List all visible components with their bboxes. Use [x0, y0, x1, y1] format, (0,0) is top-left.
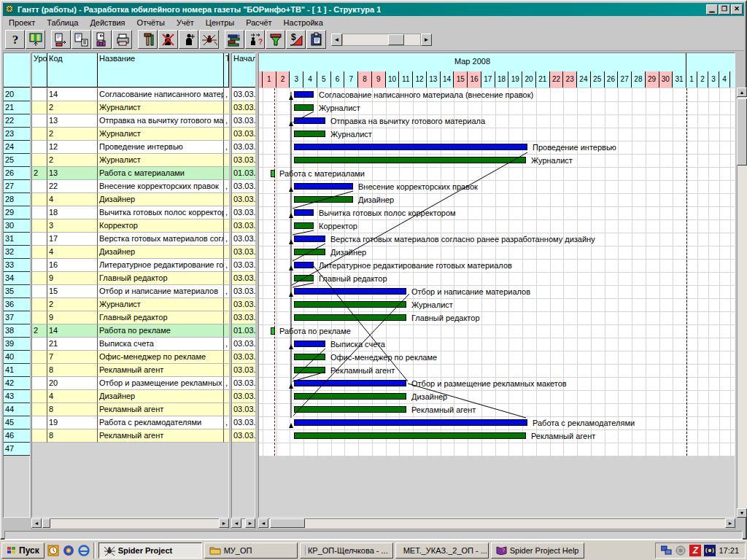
cell-code[interactable]: 8 — [47, 429, 98, 443]
cell-name[interactable]: Согласование написанного материала (внес… — [98, 88, 224, 101]
table-hscroll-thumb[interactable] — [42, 518, 50, 528]
taskbar-button-word[interactable]: WМЕТ._УКАЗ._2_ОП - ... — [395, 542, 489, 559]
taskbar-button-word[interactable]: WКР_ОП-Щелчкова - ... — [300, 542, 393, 559]
cell-level[interactable] — [32, 285, 47, 298]
cell-level[interactable] — [32, 311, 47, 324]
column-header-start[interactable]: Начало — [232, 53, 255, 88]
resource-bar[interactable] — [294, 393, 406, 400]
cell-name[interactable]: Верстка готовых материалов согласно ране… — [98, 233, 224, 246]
cell-code[interactable]: 8 — [47, 403, 98, 416]
cell-code[interactable]: 2 — [47, 154, 98, 167]
clock-icon[interactable] — [47, 544, 60, 556]
cell-start[interactable]: 03.03. — [232, 193, 255, 206]
column-header-code[interactable]: Код — [47, 53, 98, 88]
table-hscrollbar[interactable]: ◄ ► — [31, 518, 229, 529]
task-bar[interactable] — [294, 341, 325, 347]
gantt-hscrollbar[interactable]: ◄ ► — [258, 518, 735, 529]
vertical-scroll-thumb[interactable] — [737, 98, 747, 166]
scroll-right-button[interactable]: ► — [725, 518, 735, 528]
task-bar[interactable] — [294, 117, 325, 124]
column-header-name[interactable]: Название — [98, 53, 224, 88]
task-bar[interactable] — [294, 144, 527, 150]
cell-code[interactable]: 17 — [47, 233, 98, 246]
cell-start[interactable]: 03.03. — [232, 351, 255, 364]
cell-code[interactable]: 7 — [47, 351, 98, 364]
cell-code[interactable]: 4 — [47, 193, 98, 206]
cell-name[interactable]: Рекламный агент — [98, 429, 224, 443]
cell-name[interactable]: Проведение интервью — [98, 141, 224, 154]
cell-level[interactable] — [32, 206, 47, 219]
cell-start[interactable]: 01.03. — [232, 167, 255, 180]
copy-doc-button[interactable] — [51, 30, 71, 49]
cell-code[interactable]: 14 — [47, 324, 98, 338]
cell-level[interactable] — [32, 403, 47, 416]
cell-name[interactable]: Журналист — [98, 101, 224, 114]
cell-level[interactable] — [32, 154, 47, 167]
media-player-icon[interactable] — [63, 544, 75, 556]
task-bar[interactable] — [294, 236, 325, 242]
scroll-right-button[interactable]: ► — [219, 518, 229, 528]
filter-button[interactable] — [266, 30, 285, 49]
cell-start[interactable]: 03.03. — [232, 364, 255, 377]
cell-code[interactable]: 19 — [47, 416, 98, 429]
cell-start[interactable]: 03.03. — [232, 272, 255, 285]
cell-start[interactable]: 03.03. — [232, 338, 255, 351]
cell-start[interactable]: 03.03. — [232, 377, 255, 390]
cell-name[interactable]: Главный редактор — [98, 272, 224, 285]
task-bar[interactable] — [294, 288, 406, 295]
resource-bar[interactable] — [294, 301, 406, 308]
cell-code[interactable]: 18 — [47, 206, 98, 219]
cell-start[interactable]: 03.03. — [232, 114, 255, 128]
cell-code[interactable]: 16 — [47, 259, 98, 272]
start-button[interactable]: Пуск — [1, 542, 44, 559]
title-bar[interactable]: Гантт (работы) - Разработка юбилейного н… — [3, 3, 744, 16]
cell-start[interactable]: 03.03. — [232, 259, 255, 272]
cell-code[interactable]: 21 — [47, 338, 98, 351]
cell-name[interactable]: Работа с рекламодателями — [98, 416, 224, 429]
cell-code[interactable]: 13 — [47, 114, 98, 128]
menu-Таблица[interactable]: Таблица — [41, 17, 84, 28]
cell-code[interactable]: 9 — [47, 272, 98, 285]
cell-name[interactable]: Внесение корректорских правок — [98, 180, 224, 193]
ie-icon[interactable] — [78, 544, 90, 556]
scroll-up-button[interactable]: ▲ — [737, 88, 747, 97]
print-button[interactable] — [112, 30, 132, 49]
cell-code[interactable]: 4 — [47, 246, 98, 259]
pan-thumb[interactable] — [388, 34, 404, 45]
beacon-icon[interactable] — [704, 545, 716, 556]
close-button[interactable]: ✕ — [731, 4, 743, 15]
minimize-button[interactable]: ▁ — [706, 4, 718, 15]
cell-level[interactable] — [32, 351, 47, 364]
cell-name[interactable]: Отправка на вычитку готового материала — [98, 114, 224, 128]
cell-name[interactable]: Вычитка готовых полос корректором — [98, 206, 224, 219]
menu-Проект[interactable]: Проект — [3, 17, 41, 28]
gantt-hscroll-thumb[interactable] — [270, 518, 305, 528]
cell-code[interactable]: 2 — [47, 128, 98, 141]
menu-Учёт[interactable]: Учёт — [171, 17, 200, 28]
network-icon[interactable] — [660, 545, 672, 556]
cell-level[interactable] — [32, 259, 47, 272]
cell-code[interactable]: 2 — [47, 101, 98, 114]
spider-button[interactable] — [199, 30, 219, 49]
resource-bar[interactable] — [294, 406, 406, 413]
cell-name[interactable]: Рекламный агент — [98, 364, 224, 377]
cell-start[interactable]: 03.03. — [232, 128, 255, 141]
cell-name[interactable]: Рекламный агент — [98, 403, 224, 416]
column-header-level[interactable]: Уровень — [32, 53, 47, 88]
resource-bar[interactable] — [294, 275, 314, 281]
cell-name[interactable]: Корректор — [98, 219, 224, 233]
menu-Расчёт[interactable]: Расчёт — [240, 17, 277, 28]
cell-code[interactable]: 14 — [47, 88, 98, 101]
cell-start[interactable]: 03.03. — [232, 206, 255, 219]
clipboard-button[interactable] — [306, 30, 326, 49]
task-bar[interactable] — [294, 209, 314, 216]
cell-start[interactable]: 03.03. — [232, 233, 255, 246]
task-bar[interactable] — [294, 419, 527, 426]
cell-name[interactable]: Литературное редактирование готовых мате… — [98, 259, 224, 272]
cell-start[interactable]: 03.03. — [232, 285, 255, 298]
resource-gantt-button[interactable] — [225, 30, 244, 49]
cost-curve-button[interactable]: $ — [286, 30, 306, 49]
cell-start[interactable]: 03.03. — [232, 141, 255, 154]
cell-start[interactable]: 03.03. — [232, 101, 255, 114]
cell-level[interactable] — [32, 88, 47, 101]
